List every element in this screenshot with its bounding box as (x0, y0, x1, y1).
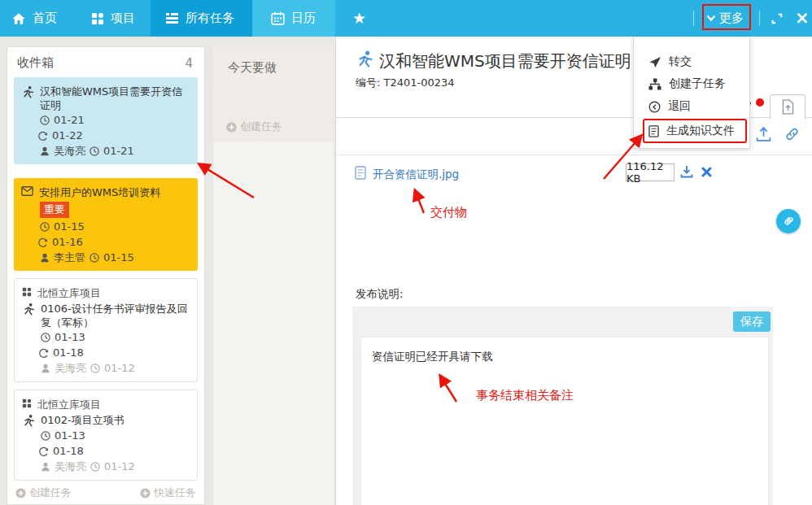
nav-item-home[interactable]: 首页 (11, 0, 57, 37)
task-number-value: T2401-00234 (384, 76, 455, 89)
card-title: 汉和智能WMS项目需要开资信证明 (40, 85, 190, 112)
menu-item-generate-knowledge-file[interactable]: 生成知识文件 (648, 122, 735, 140)
nav-item-label: 所有任务 (186, 11, 234, 26)
menu-item-forward[interactable]: 转交 (648, 53, 692, 71)
nav-item-calendar[interactable]: 日历 (271, 0, 316, 37)
home-icon (11, 11, 26, 26)
person-icon (41, 462, 50, 472)
card-due-date: 01-16 (52, 235, 83, 250)
card-owner: 吴海亮 (54, 144, 85, 159)
tab-attachments[interactable] (770, 94, 805, 119)
menu-item-label: 创建子任务 (669, 76, 726, 91)
document-icon (355, 166, 366, 180)
nav-item-label: 首页 (33, 11, 57, 26)
more-label: 更多 (719, 11, 744, 26)
card-title: 0106-设计任务书评审报告及回复（军标） (41, 302, 190, 329)
attach-file-fab[interactable] (776, 209, 801, 233)
card-title: 安排用户的WMS培训资料 (39, 185, 160, 199)
create-task-button[interactable]: 创建任务 (15, 485, 72, 500)
task-card[interactable]: 北恒立库项目 0106-设计任务书评审报告及回复（军标） 01-13 01-18… (14, 278, 198, 382)
card-start-date: 01-13 (55, 330, 85, 345)
card-start-date: 01-21 (54, 113, 85, 128)
project-grid-icon (22, 398, 32, 408)
clock-icon (89, 253, 99, 263)
nav-item-label: 日历 (291, 11, 316, 26)
expand-icon (771, 12, 784, 25)
close-button[interactable]: × (795, 0, 810, 37)
chevron-down-icon (706, 15, 716, 22)
task-app: 首页 项目 所有任务 日历 ★ 更多 × (0, 0, 812, 505)
task-list-icon (165, 12, 179, 24)
clock-icon (41, 333, 50, 342)
clock-icon (89, 146, 99, 156)
menu-item-label: 退回 (668, 99, 691, 114)
today-panel: 今天要做 创建任务 (213, 46, 334, 142)
nav-item-all-tasks[interactable]: 所有任务 (165, 0, 234, 37)
card-start-date: 01-13 (55, 429, 85, 443)
task-title-text: 汉和智能WMS项目需要开资信证明 (379, 51, 631, 71)
annotation-deliverable-label: 交付物 (430, 205, 467, 220)
task-card[interactable]: 北恒立库项目 0102-项目立项书 01-13 01-18 吴海亮01-12 (14, 390, 198, 481)
top-nav: 首页 项目 所有任务 日历 ★ 更多 × (0, 0, 812, 37)
task-type-icon (356, 50, 373, 68)
clock-icon (41, 431, 50, 441)
quick-task-button[interactable]: 快速任务 (140, 485, 196, 500)
clock-icon (90, 462, 100, 472)
clock-icon (90, 364, 100, 373)
redo-clock-icon (37, 237, 48, 248)
task-title: 汉和智能WMS项目需要开资信证明 / 执 (379, 50, 659, 72)
remove-attachment-icon[interactable] (701, 167, 712, 177)
fullscreen-button[interactable] (771, 0, 784, 37)
save-button[interactable]: 保存 (733, 311, 771, 332)
subtask-icon (648, 78, 661, 90)
return-icon (648, 101, 661, 113)
card-owner-date: 01-15 (103, 250, 134, 265)
quick-task-label: 快速任务 (154, 485, 196, 500)
link-icon[interactable] (784, 127, 800, 141)
plus-circle-icon (140, 488, 151, 498)
nav-item-favorites[interactable]: ★ (352, 0, 366, 37)
today-create-task-button[interactable]: 创建任务 (226, 120, 282, 134)
today-create-label: 创建任务 (240, 120, 282, 134)
card-title: 0102-项目立项书 (41, 413, 124, 427)
calendar-icon (271, 11, 285, 25)
menu-item-label: 生成知识文件 (666, 124, 735, 138)
paperclip-icon (782, 215, 795, 228)
inbox-footer: 创建任务 快速任务 (7, 485, 204, 500)
redo-clock-icon (38, 446, 49, 457)
menu-item-return[interactable]: 退回 (648, 98, 691, 115)
person-icon (41, 364, 50, 373)
inbox-header: 收件箱 4 (7, 47, 204, 77)
more-button[interactable]: 更多 (706, 0, 744, 37)
download-icon[interactable] (679, 164, 694, 179)
file-upload-icon (782, 99, 794, 115)
create-task-label: 创建任务 (29, 485, 72, 500)
clock-icon (40, 222, 50, 232)
notification-dot (756, 98, 764, 107)
nav-item-projects[interactable]: 项目 (91, 0, 135, 37)
card-owner-date: 01-12 (104, 459, 135, 474)
inbox-panel: 收件箱 4 汉和智能WMS项目需要开资信证明 01-21 01-22 吴海亮01… (7, 46, 205, 505)
running-person-icon (21, 85, 34, 99)
inbox-title: 收件箱 (17, 55, 54, 71)
notes-text: 资信证明已经开具请下载 (372, 350, 493, 364)
plus-circle-icon (15, 488, 26, 498)
today-column: 今天要做 创建任务 (213, 46, 334, 505)
forward-icon (648, 56, 661, 68)
task-card[interactable]: 安排用户的WMS培训资料 重要 01-15 01-16 李主管01-15 (14, 178, 198, 271)
card-due-date: 01-22 (52, 128, 83, 143)
knowledge-file-icon (648, 125, 659, 137)
inbox-count: 4 (185, 56, 193, 71)
clock-icon (40, 115, 50, 125)
plus-circle-icon (226, 122, 237, 133)
close-icon: × (795, 10, 810, 27)
grid-icon (91, 12, 104, 25)
attachment-file-link[interactable]: 开合资信证明.jpg (373, 168, 459, 182)
redo-clock-icon (37, 131, 48, 141)
card-owner: 吴海亮 (55, 459, 86, 474)
upload-icon[interactable] (755, 126, 772, 142)
menu-item-create-subtask[interactable]: 创建子任务 (648, 75, 726, 93)
more-dropdown-menu: 转交 创建子任务 退回 生成知识文件 (633, 37, 750, 149)
task-card[interactable]: 汉和智能WMS项目需要开资信证明 01-21 01-22 吴海亮01-21 (14, 77, 198, 164)
annotation-remark-label: 事务结束相关备注 (476, 388, 574, 403)
